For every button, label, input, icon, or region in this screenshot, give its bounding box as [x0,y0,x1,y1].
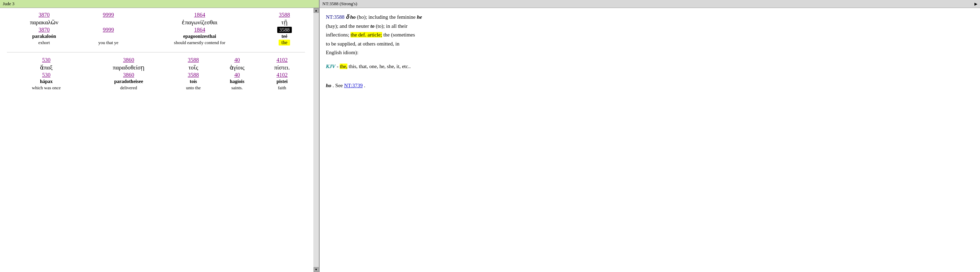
translit-paradotheisee: paradotheisee [114,79,143,84]
strongs-greek-word: ὅ [346,14,349,20]
english-you-that-ye: you that ye [98,40,118,45]
feminine-he: he [417,14,422,20]
english-should-earnestly: should earnestly contend for [174,40,226,45]
english-the-highlighted: the [278,40,290,46]
left-title: Jude 3 [3,1,14,6]
strongs-number: NT:3588 [326,14,344,20]
strongs-pronunciation-italic: ho [350,14,356,20]
word-section-1: 3870 9999 1864 3588 παρακαλῶν ἐπαγωνίζεσ… [7,11,305,46]
strongs2-530-link[interactable]: 530 [42,72,50,78]
translit-hagiois: hagíois [230,79,244,84]
section-divider [7,52,305,52]
strongs-530-link[interactable]: 530 [42,57,50,63]
right-title: NT:3588 (Strong's) [322,1,357,6]
strongs-3588-link-1[interactable]: 3588 [279,12,290,18]
strongs2-9999-link[interactable]: 9999 [103,27,114,33]
left-panel: Jude 3 3870 9999 1864 3588 παρακα [0,0,320,272]
strongs-3860-link[interactable]: 3860 [123,57,134,63]
right-header: NT:3588 (Strong's) ▶ [320,0,980,8]
english-delivered: delivered [120,85,137,90]
english-saints: saints. [231,85,243,90]
ho-see-paragraph: ho . See NT:3739 . [326,81,974,90]
english-faith: faith [278,85,286,90]
scroll-up-arrow[interactable]: ▲ [314,8,318,13]
translit-tois: toís [190,79,197,84]
strongs-9999-link[interactable]: 9999 [103,12,114,18]
english-exhort: exhort [38,40,50,45]
scroll-track [313,13,319,267]
greek-hagiois: ἁγίοις [230,64,245,71]
strongs-4102-link[interactable]: 4102 [277,57,288,63]
strongs-40-link[interactable]: 40 [234,57,240,63]
strongs2-1864-link[interactable]: 1864 [194,27,205,33]
greek-tee: τῇ [282,19,288,26]
kjv-the-word: the, [340,64,347,69]
strongs2-4102-link[interactable]: 4102 [277,72,288,78]
greek-pistei: πίστει. [274,64,290,71]
kjv-label: KJV [326,64,336,69]
section1-strongs-row: 3870 9999 1864 3588 παρακαλῶν ἐπαγωνίζεσ… [7,11,305,46]
greek-tois: τοῖς [188,64,198,71]
translit-parakalon: parakaloón [32,34,56,39]
ho-italic: ho [326,83,331,88]
translit-hapax: hápax [40,79,53,84]
greek-epagoonizesthai: ἐπαγωνίζεσθαι [182,19,217,26]
strongs2-3860-link[interactable]: 3860 [123,72,134,78]
definition-paragraph: NT:3588 ὅ ho (ho); including the feminin… [326,13,974,57]
strongs-3870-link[interactable]: 3870 [38,12,50,18]
strongs-1864-link[interactable]: 1864 [194,12,205,18]
kjv-rest: this, that, one, he, she, it, etc.. [349,64,410,69]
left-scrollbar[interactable]: ▲ ▼ [313,8,319,272]
scroll-down-arrow[interactable]: ▼ [314,267,318,272]
right-panel: NT:3588 (Strong's) ▶ NT:3588 ὅ ho (ho); … [320,0,980,272]
def-article-highlight: the def. article; [350,32,382,38]
nt3739-link[interactable]: NT:3739 [344,83,363,88]
translit-epagoonizesthai: epagoonizesthai [183,34,216,39]
right-header-arrow[interactable]: ▶ [974,2,977,6]
strongs2-3588-link-3[interactable]: 3588 [188,72,199,78]
english-which-was-once: which was once [32,85,61,90]
translit-tee: teé [282,34,287,39]
right-content: NT:3588 ὅ ho (ho); including the feminin… [320,8,980,272]
strongs2-3588-highlighted: 3588 [277,27,292,33]
left-header: Jude 3 [0,0,319,8]
translit-pistei: pistei [277,79,288,84]
greek-parakalon: παρακαλῶν [30,19,58,26]
strongs2-3870-link[interactable]: 3870 [38,27,50,33]
strongs2-40-link[interactable]: 40 [234,72,240,78]
english-unto-the: unto the [186,85,200,90]
strongs-3588-link-2[interactable]: 3588 [188,57,199,63]
greek-paradotheisee: παραδοθείσῃ [113,64,145,71]
neuter-to: to [370,23,374,29]
left-content: 3870 9999 1864 3588 παρακαλῶν ἐπαγωνίζεσ… [0,8,319,272]
kjv-paragraph: KJV - the, this, that, one, he, she, it,… [326,62,974,71]
section2-table: 530 3860 3588 40 4102 ἅπαξ παραδοθείσῃ τ… [7,57,305,91]
word-section-2: 530 3860 3588 40 4102 ἅπαξ παραδοθείσῃ τ… [7,57,305,91]
greek-hapax: ἅπαξ [40,64,52,71]
